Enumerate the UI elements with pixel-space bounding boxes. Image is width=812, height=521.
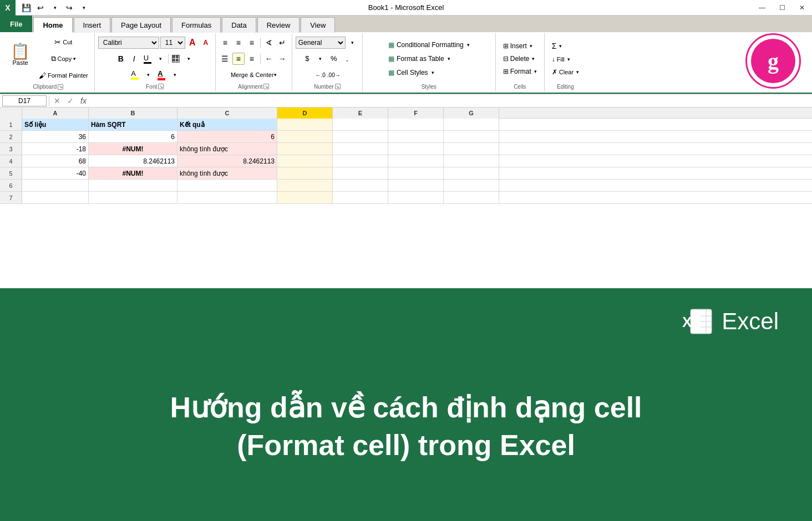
cell-g6[interactable] [444,180,499,191]
close-button[interactable]: ✕ [792,0,812,16]
row-num-6[interactable]: 6 [0,180,22,191]
cell-g5[interactable] [444,167,499,179]
cell-g7[interactable] [444,192,499,203]
cell-b6[interactable] [89,180,177,191]
cell-f6[interactable] [388,180,444,191]
align-right-button[interactable]: ≡ [246,53,258,65]
cell-b4[interactable]: 8.2462113 [89,155,177,167]
cell-b1[interactable]: Hàm SQRT [89,119,177,130]
cell-d3[interactable] [277,143,333,155]
accounting-button[interactable]: $ [301,53,313,65]
underline-dropdown[interactable]: ▾ [155,53,167,65]
cell-f3[interactable] [388,143,444,155]
cell-c5[interactable]: không tính được [177,167,277,179]
cell-d5[interactable] [277,167,333,179]
col-header-f[interactable]: F [388,108,444,119]
row-num-5[interactable]: 5 [0,167,22,179]
align-top-button[interactable]: ≡ [219,37,231,49]
tab-data[interactable]: Data [222,17,256,33]
cell-reference-box[interactable] [2,95,47,106]
number-format-select[interactable]: General [296,37,346,49]
tab-formulas[interactable]: Formulas [172,17,221,33]
cell-b2[interactable]: 6 [89,131,177,142]
fill-color-button[interactable]: A [129,69,141,81]
row-num-7[interactable]: 7 [0,192,22,203]
cell-g2[interactable] [444,131,499,142]
cell-g3[interactable] [444,143,499,155]
decrease-font-size-button[interactable]: A [200,37,212,49]
cell-f5[interactable] [388,167,444,179]
cell-d1[interactable] [277,119,333,130]
font-launcher[interactable]: ↘ [158,84,164,89]
cell-c6[interactable] [177,180,277,191]
cell-styles-button[interactable]: ▦ Cell Styles ▾ [383,67,475,79]
cell-e5[interactable] [333,167,388,179]
tab-page-layout[interactable]: Page Layout [111,17,171,33]
cell-c2[interactable]: 6 [177,131,277,142]
undo-dropdown[interactable]: ▾ [49,2,61,14]
cell-c1[interactable]: Kết quả [177,119,277,130]
row-num-3[interactable]: 3 [0,143,22,155]
number-format-dropdown[interactable]: ▾ [347,37,359,49]
cell-d4[interactable] [277,155,333,167]
italic-button[interactable]: I [128,53,140,65]
angle-text-button[interactable]: ∢ [263,37,275,49]
row-num-2[interactable]: 2 [0,131,22,142]
paste-button[interactable]: 📋 Paste [6,41,35,76]
cell-c3[interactable]: không tính được [177,143,277,155]
redo-button[interactable]: ↪ [63,2,75,14]
fill-button[interactable]: ↓ Fill ▾ [548,54,583,65]
borders-button[interactable] [170,53,182,65]
cell-a6[interactable] [22,180,89,191]
cell-d7[interactable] [277,192,333,203]
col-header-e[interactable]: E [333,108,388,119]
borders-dropdown[interactable]: ▾ [183,53,195,65]
row-num-4[interactable]: 4 [0,155,22,167]
tab-insert[interactable]: Insert [74,17,111,33]
tab-file[interactable]: File [0,16,32,32]
wrap-text-button[interactable]: ↵ [276,37,288,49]
cell-c4[interactable]: 8.2462113 [177,155,277,167]
qat-dropdown[interactable]: ▾ [78,2,90,14]
cell-e6[interactable] [333,180,388,191]
cell-f4[interactable] [388,155,444,167]
cell-c7[interactable] [177,192,277,203]
undo-button[interactable]: ↩ [34,2,47,14]
comma-button[interactable]: , [341,53,353,65]
bold-button[interactable]: B [115,53,127,65]
col-header-d[interactable]: D [277,108,333,119]
col-header-c[interactable]: C [177,108,277,119]
decrease-decimal-button[interactable]: ←.0 [314,69,327,81]
clipboard-launcher[interactable]: ↘ [58,84,63,90]
tab-home[interactable]: Home [33,17,72,33]
cell-e7[interactable] [333,192,388,203]
cell-e4[interactable] [333,155,388,167]
font-color-button[interactable]: A [155,69,168,81]
cell-b7[interactable] [89,192,177,203]
copy-button[interactable]: ⧉ Copy ▾ [36,51,91,67]
cell-e3[interactable] [333,143,388,155]
cell-a1[interactable]: Số liệu [22,119,89,130]
align-left-button[interactable]: ☰ [219,53,231,65]
align-bottom-button[interactable]: ≡ [246,37,258,49]
cell-b3[interactable]: #NUM! [89,143,177,155]
cut-button[interactable]: ✂ Cut [36,34,91,50]
cell-e2[interactable] [333,131,388,142]
increase-font-size-button[interactable]: A [186,37,199,49]
minimize-button[interactable]: — [752,0,772,16]
col-header-b[interactable]: B [89,108,177,119]
cell-d6[interactable] [277,180,333,191]
increase-indent-button[interactable]: → [276,53,288,65]
tab-review[interactable]: Review [257,17,300,33]
cell-e1[interactable] [333,119,388,130]
save-button[interactable]: 💾 [20,2,32,14]
maximize-button[interactable]: ☐ [772,0,792,16]
col-header-a[interactable]: A [22,108,89,119]
col-header-g[interactable]: G [444,108,499,119]
row-num-1[interactable]: 1 [0,119,22,130]
tab-view[interactable]: View [301,17,335,33]
insert-button[interactable]: ⊞ Insert ▾ [499,40,541,52]
cell-a3[interactable]: -18 [22,143,89,155]
format-as-table-button[interactable]: ▦ Format as Table ▾ [383,53,475,65]
cell-f1[interactable] [388,119,444,130]
